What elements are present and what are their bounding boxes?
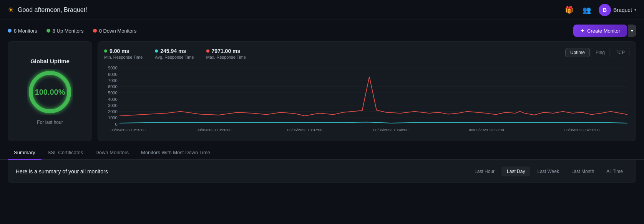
sub-header: 8 Monitors 8 Up Monitors 0 Down Monitors… [0, 20, 644, 41]
svg-text:6000: 6000 [108, 84, 118, 89]
uptime-donut: 100.00% [27, 69, 73, 115]
blue-dot [8, 29, 12, 33]
svg-text:2000: 2000 [108, 110, 118, 114]
svg-text:4000: 4000 [108, 97, 118, 102]
uptime-percentage: 100.00% [35, 87, 65, 96]
up-monitors-label: 8 Up Monitors [53, 28, 84, 34]
filter-last-month[interactable]: Last Month [566, 166, 599, 176]
total-monitors-stat: 8 Monitors [8, 28, 37, 34]
avatar: B [599, 4, 611, 16]
monitor-stats: 8 Monitors 8 Up Monitors 0 Down Monitors [8, 28, 136, 34]
uptime-title: Global Uptime [30, 58, 70, 64]
filter-last-day[interactable]: Last Day [501, 166, 530, 176]
team-button[interactable]: 👥 [581, 4, 593, 16]
create-monitor-button-group[interactable]: ✦ Create Monitor ▾ [573, 25, 636, 37]
down-monitors-label: 0 Down Monitors [99, 28, 137, 34]
red-dot [93, 29, 97, 33]
chart-svg: 9000 8000 7000 6000 5000 4000 3000 2000 … [104, 63, 630, 135]
sparkle-icon: ✦ [580, 28, 585, 34]
svg-text:08/05/2023 13:48:00: 08/05/2023 13:48:00 [373, 128, 408, 132]
svg-text:7000: 7000 [108, 78, 118, 83]
min-response-label: Min. Response Time [104, 55, 143, 59]
min-dot [104, 49, 107, 53]
time-filter-tabs: Last Hour Last Day Last Week Last Month … [469, 166, 628, 176]
uptime-card: Global Uptime 100.00% For last hour [8, 41, 92, 141]
chart-type-tabs: Uptime Ping TCP [565, 48, 630, 57]
svg-text:5000: 5000 [108, 91, 118, 96]
up-monitors-stat: 8 Up Monitors [46, 28, 84, 34]
tab-tcp[interactable]: TCP [611, 48, 630, 57]
summary-text: Here is a summary of your all monitors [16, 168, 108, 175]
svg-text:08/05/2023 13:59:00: 08/05/2023 13:59:00 [469, 128, 504, 132]
tab-down-monitors[interactable]: Down Monitors [89, 146, 135, 160]
chart-card: 9.00 ms Min. Response Time 245.94 ms Avg… [98, 41, 636, 141]
summary-section: Here is a summary of your all monitors L… [8, 160, 636, 183]
filter-all-time[interactable]: All Time [601, 166, 628, 176]
svg-text:08/05/2023 13:15:00: 08/05/2023 13:15:00 [111, 128, 146, 132]
header-left: ☀ Good afternoon, Braquet! [8, 6, 87, 14]
header-title: Good afternoon, Braquet! [18, 7, 87, 13]
gift-button[interactable]: 🎁 [563, 4, 575, 16]
svg-text:9000: 9000 [108, 66, 118, 71]
avg-response-label: Avg. Response Time [155, 55, 194, 59]
tabs-bar: Summary SSL Certificates Down Monitors M… [0, 146, 644, 160]
svg-text:1000: 1000 [108, 116, 118, 120]
avg-response-stat: 245.94 ms Avg. Response Time [155, 48, 194, 59]
user-menu[interactable]: B Braquet ▾ [599, 4, 636, 16]
header-right: 🎁 👥 B Braquet ▾ [563, 4, 636, 16]
chart-header: 9.00 ms Min. Response Time 245.94 ms Avg… [104, 48, 630, 59]
tab-summary[interactable]: Summary [8, 146, 41, 160]
max-dot [206, 49, 209, 53]
green-dot [46, 29, 50, 33]
svg-text:08/05/2023 13:26:00: 08/05/2023 13:26:00 [196, 128, 231, 132]
sun-icon: ☀ [8, 6, 14, 14]
tab-uptime[interactable]: Uptime [565, 48, 590, 57]
max-response-value: 7971.00 ms [212, 48, 241, 54]
create-monitor-button[interactable]: ✦ Create Monitor [573, 25, 627, 37]
min-response-stat: 9.00 ms Min. Response Time [104, 48, 143, 59]
avg-response-value: 245.94 ms [160, 48, 186, 54]
create-monitor-caret[interactable]: ▾ [628, 25, 636, 37]
user-name: Braquet [613, 7, 632, 13]
chevron-down-icon: ▾ [634, 8, 636, 12]
uptime-sublabel: For last hour [37, 120, 63, 125]
tab-ping[interactable]: Ping [591, 48, 610, 57]
max-response-stat: 7971.00 ms Max. Response Time [206, 48, 246, 59]
header: ☀ Good afternoon, Braquet! 🎁 👥 B Braquet… [0, 0, 644, 20]
tab-monitors-most-down-time[interactable]: Monitors With Most Down Time [135, 146, 216, 160]
filter-last-hour[interactable]: Last Hour [469, 166, 500, 176]
avg-dot [155, 49, 158, 53]
svg-text:08/05/2023 14:10:00: 08/05/2023 14:10:00 [564, 128, 599, 132]
svg-text:8000: 8000 [108, 72, 118, 77]
chart-area: 9000 8000 7000 6000 5000 4000 3000 2000 … [104, 63, 630, 135]
svg-text:08/05/2023 13:37:00: 08/05/2023 13:37:00 [287, 128, 322, 132]
max-response-label: Max. Response Time [206, 55, 246, 59]
down-monitors-stat: 0 Down Monitors [93, 28, 137, 34]
chart-stats: 9.00 ms Min. Response Time 245.94 ms Avg… [104, 48, 246, 59]
tab-ssl-certificates[interactable]: SSL Certificates [41, 146, 90, 160]
svg-text:3000: 3000 [108, 103, 118, 108]
main-content: Global Uptime 100.00% For last hour 9.00… [0, 41, 644, 141]
total-monitors-label: 8 Monitors [14, 28, 37, 34]
filter-last-week[interactable]: Last Week [532, 166, 564, 176]
min-response-value: 9.00 ms [110, 48, 129, 54]
create-monitor-label: Create Monitor [587, 28, 620, 34]
svg-text:0: 0 [115, 122, 118, 127]
